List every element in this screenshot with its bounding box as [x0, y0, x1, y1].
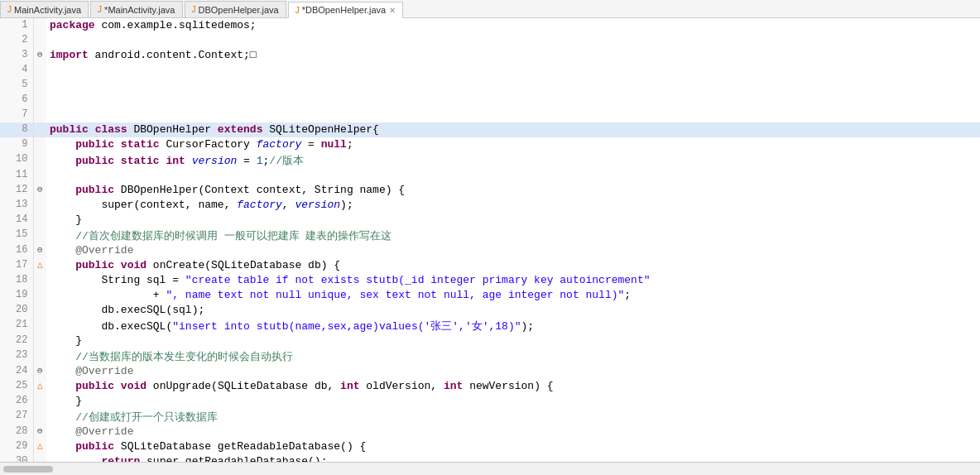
tab-mainactivity-modified[interactable]: J *MainActivity.java	[90, 1, 182, 17]
line-code	[46, 33, 980, 48]
line-gutter	[33, 168, 46, 183]
table-row: 21 db.execSQL("insert into stutb(name,se…	[0, 318, 980, 333]
table-row: 9 public static CursorFactory factory = …	[0, 137, 980, 152]
line-gutter: ⊖	[33, 48, 46, 63]
line-num: 16	[0, 243, 33, 258]
line-num: 2	[0, 33, 33, 48]
table-row: 16 ⊖ @Override	[0, 243, 980, 258]
tab-bar: J MainActivity.java J *MainActivity.java…	[0, 0, 980, 18]
line-gutter	[33, 303, 46, 318]
table-row: 27 //创建或打开一个只读数据库	[0, 409, 980, 425]
table-row: 11	[0, 168, 980, 183]
table-row: 22 }	[0, 333, 980, 348]
line-num: 15	[0, 228, 33, 243]
table-row: 8 public class DBOpenHelper extends SQLi…	[0, 122, 980, 137]
java-icon: J	[192, 5, 196, 14]
line-gutter	[33, 78, 46, 93]
table-row: 20 db.execSQL(sql);	[0, 303, 980, 318]
tab-mainactivity[interactable]: J MainActivity.java	[0, 1, 89, 17]
line-gutter	[33, 108, 46, 122]
line-code: //首次创建数据库的时候调用 一般可以把建库 建表的操作写在这	[46, 228, 980, 243]
line-gutter: ⊖	[33, 243, 46, 258]
line-code: //当数据库的版本发生变化的时候会自动执行	[46, 348, 980, 364]
line-code: return super.getReadableDatabase();	[46, 454, 980, 462]
java-icon: J	[98, 5, 102, 14]
table-row: 14 }	[0, 213, 980, 228]
line-code: @Override	[46, 364, 980, 379]
line-code: }	[46, 213, 980, 228]
line-gutter	[33, 333, 46, 348]
java-icon: J	[7, 5, 12, 14]
table-row: 19 + ", name text not null unique, sex t…	[0, 288, 980, 303]
line-gutter	[33, 63, 46, 78]
line-num: 14	[0, 213, 33, 228]
line-gutter	[33, 33, 46, 48]
tab-dbopenhelper[interactable]: J DBOpenHelper.java	[185, 1, 286, 17]
line-gutter: △	[33, 439, 46, 454]
line-code: db.execSQL("insert into stutb(name,sex,a…	[46, 318, 980, 333]
line-num: 28	[0, 425, 33, 439]
line-code: public class DBOpenHelper extends SQLite…	[46, 122, 980, 137]
line-code: public static CursorFactory factory = nu…	[46, 137, 980, 152]
line-gutter: ⊖	[33, 364, 46, 379]
line-code: public void onUpgrade(SQLiteDatabase db,…	[46, 379, 980, 394]
table-row: 18 String sql = "create table if not exi…	[0, 273, 980, 288]
line-gutter	[33, 228, 46, 243]
code-table: 1 package com.example.sqlitedemos; 2 3 ⊖…	[0, 18, 980, 462]
table-row: 12 ⊖ public DBOpenHelper(Context context…	[0, 183, 980, 198]
line-code: import android.content.Context;□	[46, 48, 980, 63]
table-row: 24 ⊖ @Override	[0, 364, 980, 379]
line-num: 1	[0, 18, 33, 33]
editor[interactable]: 1 package com.example.sqlitedemos; 2 3 ⊖…	[0, 18, 980, 462]
line-num: 26	[0, 394, 33, 409]
line-code: }	[46, 394, 980, 409]
line-num: 18	[0, 273, 33, 288]
line-num: 7	[0, 108, 33, 122]
line-gutter	[33, 348, 46, 364]
line-gutter	[33, 273, 46, 288]
line-gutter	[33, 288, 46, 303]
line-gutter	[33, 213, 46, 228]
tab-label: DBOpenHelper.java	[199, 5, 279, 15]
tab-label: MainActivity.java	[14, 5, 81, 15]
line-num: 5	[0, 78, 33, 93]
line-gutter	[33, 18, 46, 33]
line-code: package com.example.sqlitedemos;	[46, 18, 980, 33]
line-num: 13	[0, 198, 33, 213]
tab-dbopenhelper-modified[interactable]: J *DBOpenHelper.java ✕	[288, 2, 404, 18]
line-num: 25	[0, 379, 33, 394]
scrollbar-thumb[interactable]	[3, 466, 53, 473]
scrollbar-area[interactable]	[0, 462, 980, 475]
line-num: 9	[0, 137, 33, 152]
line-num: 8	[0, 122, 33, 137]
table-row: 26 }	[0, 394, 980, 409]
line-num: 17	[0, 258, 33, 273]
line-code: String sql = "create table if not exists…	[46, 273, 980, 288]
close-icon[interactable]: ✕	[389, 6, 396, 15]
line-num: 23	[0, 348, 33, 364]
line-code: @Override	[46, 425, 980, 439]
line-num: 12	[0, 183, 33, 198]
table-row: 30 return super.getReadableDatabase();	[0, 454, 980, 462]
line-code	[46, 63, 980, 78]
table-row: 13 super(context, name, factory, version…	[0, 198, 980, 213]
line-code	[46, 93, 980, 108]
line-num: 4	[0, 63, 33, 78]
line-gutter	[33, 409, 46, 425]
line-num: 19	[0, 288, 33, 303]
table-row: 1 package com.example.sqlitedemos;	[0, 18, 980, 33]
line-gutter	[33, 93, 46, 108]
line-code: @Override	[46, 243, 980, 258]
line-code: //创建或打开一个只读数据库	[46, 409, 980, 425]
line-gutter	[33, 198, 46, 213]
table-row: 15 //首次创建数据库的时候调用 一般可以把建库 建表的操作写在这	[0, 228, 980, 243]
table-row: 10 public static int version = 1;//版本	[0, 152, 980, 168]
line-code	[46, 108, 980, 122]
line-num: 6	[0, 93, 33, 108]
table-row: 23 //当数据库的版本发生变化的时候会自动执行	[0, 348, 980, 364]
line-gutter: △	[33, 379, 46, 394]
line-num: 30	[0, 454, 33, 462]
line-gutter	[33, 152, 46, 168]
line-num: 20	[0, 303, 33, 318]
line-gutter: ⊖	[33, 183, 46, 198]
